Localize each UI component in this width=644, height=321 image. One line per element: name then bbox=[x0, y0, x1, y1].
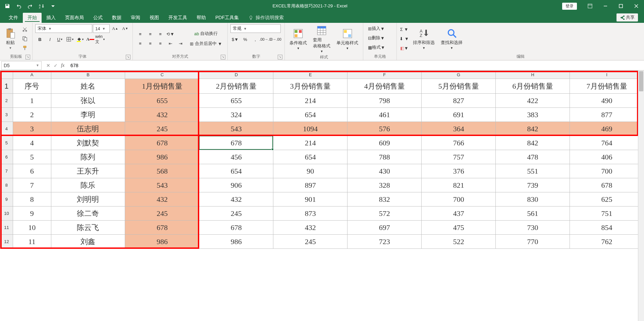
cell[interactable]: 897 bbox=[273, 178, 347, 192]
cell[interactable]: 1094 bbox=[273, 122, 347, 136]
format-cells-button[interactable]: ▦ 格式 ▼ bbox=[366, 43, 387, 52]
cell[interactable]: 李明 bbox=[51, 108, 125, 122]
vertical-scrollbar[interactable] bbox=[638, 71, 644, 321]
tab-view[interactable]: 视图 bbox=[145, 13, 164, 23]
cell[interactable]: 328 bbox=[347, 178, 422, 192]
align-top-icon[interactable]: ≡ bbox=[136, 30, 145, 38]
cell[interactable]: 877 bbox=[570, 108, 644, 122]
cell[interactable]: 2 bbox=[13, 108, 51, 122]
sort-icon[interactable]: AZ bbox=[37, 1, 46, 11]
qat-customize-icon[interactable] bbox=[48, 1, 58, 11]
cell[interactable]: 678 bbox=[125, 136, 199, 150]
cell[interactable]: 654 bbox=[273, 108, 347, 122]
cell[interactable]: 5 bbox=[13, 150, 51, 164]
select-all-corner[interactable] bbox=[0, 71, 13, 79]
cell[interactable]: 766 bbox=[422, 136, 496, 150]
cell[interactable]: 5月份销售量 bbox=[422, 79, 496, 94]
cell[interactable]: 821 bbox=[422, 178, 496, 192]
share-button[interactable]: 共享 bbox=[616, 13, 638, 21]
tab-pdf[interactable]: PDF工具集 bbox=[211, 13, 244, 23]
decrease-decimal-icon[interactable]: .0→.00 bbox=[271, 35, 280, 44]
save-icon[interactable] bbox=[3, 1, 12, 11]
cell[interactable]: 654 bbox=[199, 164, 273, 178]
cell[interactable]: 8 bbox=[13, 192, 51, 207]
cell[interactable]: 751 bbox=[570, 207, 644, 221]
col-header-H[interactable]: H bbox=[496, 71, 570, 79]
row-header[interactable]: 3 bbox=[0, 108, 13, 122]
tell-me-search[interactable]: 操作说明搜索 bbox=[244, 13, 288, 23]
cell[interactable]: 678 bbox=[199, 221, 273, 235]
cell[interactable]: 刘鑫 bbox=[51, 235, 125, 249]
cell[interactable]: 7 bbox=[13, 178, 51, 192]
formula-input[interactable] bbox=[68, 61, 644, 70]
conditional-formatting-button[interactable]: 条件格式▼ bbox=[287, 27, 309, 51]
cell[interactable]: 461 bbox=[347, 108, 422, 122]
cell[interactable]: 764 bbox=[570, 136, 644, 150]
phonetic-button[interactable]: wén文▼ bbox=[96, 35, 105, 44]
cell[interactable]: 543 bbox=[199, 122, 273, 136]
cell[interactable]: 324 bbox=[199, 108, 273, 122]
cell-styles-button[interactable]: 单元格样式▼ bbox=[334, 27, 360, 51]
increase-decimal-icon[interactable]: .00→.0 bbox=[261, 35, 270, 44]
ribbon-options-icon[interactable] bbox=[582, 0, 598, 12]
cell[interactable]: 723 bbox=[347, 235, 422, 249]
cell[interactable]: 10 bbox=[13, 221, 51, 235]
increase-indent-icon[interactable]: ⇥ bbox=[176, 39, 185, 48]
cell[interactable]: 739 bbox=[496, 178, 570, 192]
bold-button[interactable]: B bbox=[35, 35, 45, 44]
align-middle-icon[interactable]: ≡ bbox=[146, 30, 155, 38]
cell[interactable]: 655 bbox=[125, 94, 199, 108]
cell[interactable]: 432 bbox=[199, 192, 273, 207]
redo-icon[interactable] bbox=[25, 1, 35, 11]
cell[interactable]: 854 bbox=[570, 221, 644, 235]
align-right-icon[interactable]: ≡ bbox=[156, 39, 165, 48]
cell[interactable]: 986 bbox=[125, 235, 199, 249]
row-header[interactable]: 1 bbox=[0, 79, 13, 94]
underline-button[interactable]: U ▼ bbox=[55, 35, 65, 44]
cell[interactable]: 徐二奇 bbox=[51, 207, 125, 221]
cell[interactable]: 422 bbox=[496, 94, 570, 108]
font-name-combo[interactable]: 宋体▼ bbox=[35, 24, 92, 33]
cell[interactable]: 432 bbox=[273, 221, 347, 235]
col-header-B[interactable]: B bbox=[51, 71, 125, 79]
cell[interactable]: 551 bbox=[496, 164, 570, 178]
cell[interactable]: 1月份销售量 bbox=[125, 79, 199, 94]
cell[interactable]: 543 bbox=[125, 178, 199, 192]
undo-icon[interactable] bbox=[14, 1, 23, 11]
cell[interactable]: 986 bbox=[199, 235, 273, 249]
tab-formulas[interactable]: 公式 bbox=[89, 13, 107, 23]
cell[interactable]: 830 bbox=[496, 192, 570, 207]
orientation-icon[interactable]: ⟲▼ bbox=[166, 30, 175, 38]
cell[interactable]: 6 bbox=[13, 164, 51, 178]
cell[interactable]: 376 bbox=[422, 164, 496, 178]
number-format-combo[interactable]: 常规▼ bbox=[230, 24, 281, 33]
font-color-button[interactable]: A bbox=[86, 35, 95, 44]
row-header[interactable]: 6 bbox=[0, 150, 13, 164]
tab-home[interactable]: 开始 bbox=[23, 13, 42, 23]
cell[interactable]: 654 bbox=[273, 150, 347, 164]
cell[interactable]: 576 bbox=[347, 122, 422, 136]
cell[interactable]: 364 bbox=[422, 122, 496, 136]
tab-data[interactable]: 数据 bbox=[107, 13, 126, 23]
tab-page-layout[interactable]: 页面布局 bbox=[60, 13, 89, 23]
cell[interactable]: 90 bbox=[273, 164, 347, 178]
spreadsheet[interactable]: ABCDEFGHI 1序号姓名1月份销售量2月份销售量3月份销售量4月份销售量5… bbox=[0, 71, 644, 249]
delete-cells-button[interactable]: ⊟ 删除 ▼ bbox=[366, 34, 387, 42]
cell[interactable]: 561 bbox=[496, 207, 570, 221]
close-icon[interactable] bbox=[629, 0, 644, 12]
row-header[interactable]: 4 bbox=[0, 122, 13, 136]
cell[interactable]: 406 bbox=[570, 150, 644, 164]
cell[interactable]: 7月份销售量 bbox=[570, 79, 644, 94]
cell[interactable]: 430 bbox=[347, 164, 422, 178]
row-header[interactable]: 10 bbox=[0, 207, 13, 221]
cell[interactable]: 437 bbox=[422, 207, 496, 221]
fill-color-button[interactable]: ▼ bbox=[75, 35, 85, 44]
row-header[interactable]: 5 bbox=[0, 136, 13, 150]
merge-center-button[interactable]: ⊞ 合并后居中 ▼ bbox=[187, 39, 225, 48]
wrap-text-button[interactable]: ab 自动换行 bbox=[187, 29, 225, 38]
cell[interactable]: 490 bbox=[570, 94, 644, 108]
percent-format-icon[interactable]: % bbox=[240, 35, 250, 44]
row-header[interactable]: 12 bbox=[0, 235, 13, 249]
font-size-combo[interactable]: 14▼ bbox=[93, 24, 110, 33]
cell[interactable]: 522 bbox=[422, 235, 496, 249]
